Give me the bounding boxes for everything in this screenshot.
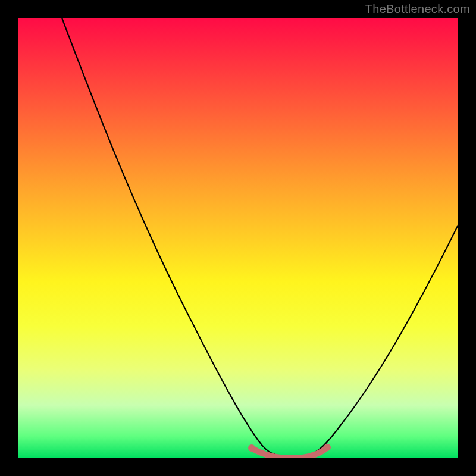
chart-frame: TheBottleneck.com xyxy=(0,0,476,476)
left-curve xyxy=(62,18,275,454)
curve-layer xyxy=(18,18,458,458)
flat-minimum-segment xyxy=(252,447,327,458)
watermark-text: TheBottleneck.com xyxy=(365,2,470,16)
right-curve xyxy=(311,225,458,454)
flat-right-dot xyxy=(324,444,331,451)
plot-area xyxy=(18,18,458,458)
flat-left-dot xyxy=(248,444,255,452)
